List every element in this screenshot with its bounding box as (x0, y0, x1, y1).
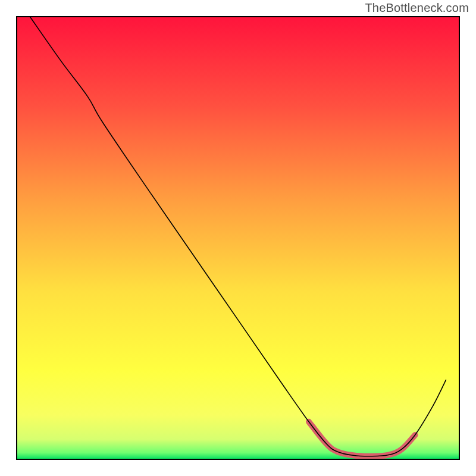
chart-stage: TheBottleneck.com (0, 0, 476, 476)
chart-svg (0, 0, 476, 476)
plot-background (17, 17, 459, 459)
watermark-text: TheBottleneck.com (365, 1, 469, 15)
